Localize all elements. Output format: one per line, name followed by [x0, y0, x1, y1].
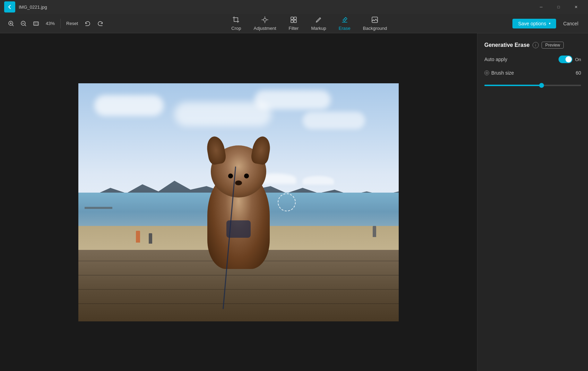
snow-2	[303, 176, 334, 185]
photo-canvas[interactable]	[78, 83, 399, 321]
person-silhouette-2	[149, 233, 152, 244]
toolbar-right: Save options ▾ Cancel	[512, 19, 582, 28]
brush-size-section: Brush size 60	[484, 70, 581, 89]
svg-line-3	[12, 25, 14, 26]
cancel-button[interactable]: Cancel	[559, 19, 582, 28]
tool-adjustment[interactable]: Adjustment	[248, 15, 282, 32]
preview-button[interactable]: Preview	[542, 42, 564, 49]
cloud-4	[303, 112, 365, 129]
svg-rect-12	[294, 17, 296, 19]
dog-nose	[235, 180, 242, 185]
brush-size-slider[interactable]	[484, 85, 581, 86]
wood-plank-2	[78, 275, 399, 276]
auto-apply-row: Auto apply On	[484, 56, 581, 63]
toolbar-left: 43% Reset	[6, 18, 106, 29]
zoom-level: 43%	[43, 21, 58, 26]
svg-point-10	[263, 18, 266, 21]
auto-apply-toggle[interactable]	[559, 56, 572, 63]
back-button[interactable]	[4, 1, 15, 12]
svg-rect-14	[294, 20, 296, 23]
panel-title: Generative Erase	[484, 42, 530, 48]
svg-point-17	[486, 73, 487, 73]
tool-filter[interactable]: Filter	[283, 15, 304, 32]
zoom-in-button[interactable]	[6, 18, 17, 29]
filter-icon	[290, 16, 297, 25]
wood-plank-3	[78, 289, 399, 290]
svg-rect-7	[34, 22, 38, 25]
filter-label: Filter	[289, 26, 299, 31]
main-content: Generative Erase i Preview Auto apply On	[0, 33, 588, 371]
brush-icon	[484, 70, 489, 75]
minimize-button[interactable]: ─	[533, 1, 549, 12]
person-silhouette-1	[136, 231, 140, 243]
tool-crop[interactable]: Crop	[226, 15, 247, 32]
maximize-button[interactable]: □	[551, 1, 567, 12]
person-silhouette-3	[373, 226, 376, 237]
adjustment-icon	[261, 16, 268, 25]
background-label: Background	[363, 26, 387, 31]
right-panel: Generative Erase i Preview Auto apply On	[477, 33, 588, 371]
info-icon[interactable]: i	[533, 42, 539, 48]
toolbar: 43% Reset Crop	[0, 14, 588, 33]
panel-header: Generative Erase i Preview	[484, 42, 581, 49]
erase-label: Erase	[339, 26, 351, 31]
erase-icon	[341, 16, 348, 25]
tool-background[interactable]: Background	[357, 15, 392, 32]
svg-rect-13	[291, 20, 293, 23]
markup-label: Markup	[311, 26, 326, 31]
redo-button[interactable]	[95, 18, 106, 29]
window-controls: ─ □ ✕	[533, 1, 584, 12]
brush-size-label-container: Brush size	[484, 70, 514, 76]
fit-screen-button[interactable]	[31, 18, 42, 29]
brush-size-value: 60	[576, 70, 581, 76]
toggle-knob	[565, 56, 572, 62]
toolbar-center: Crop Adjustment Filter	[109, 15, 510, 32]
chevron-down-icon: ▾	[549, 22, 551, 25]
close-button[interactable]: ✕	[568, 1, 584, 12]
svg-rect-11	[291, 17, 293, 19]
cloud-3	[254, 90, 331, 109]
slider-container	[484, 80, 581, 89]
window-title: IMG_0221.jpg	[19, 5, 533, 10]
save-options-button[interactable]: Save options ▾	[512, 19, 556, 28]
dog-eye-right	[244, 174, 249, 178]
adjustment-label: Adjustment	[253, 26, 276, 31]
brush-size-row: Brush size 60	[484, 70, 581, 76]
titlebar: IMG_0221.jpg ─ □ ✕	[0, 0, 588, 14]
cloud-1	[94, 95, 164, 116]
save-options-label: Save options	[518, 21, 546, 26]
undo-button[interactable]	[82, 18, 93, 29]
wood-plank-4	[78, 303, 399, 304]
dog-eye-left	[228, 174, 233, 178]
tool-erase[interactable]: Erase	[333, 15, 356, 32]
canvas-area[interactable]	[0, 33, 477, 371]
reset-button[interactable]: Reset	[63, 19, 81, 27]
crop-label: Crop	[231, 26, 241, 31]
auto-apply-label: Auto apply	[484, 57, 507, 62]
tool-markup[interactable]: Markup	[305, 15, 331, 32]
background-icon	[371, 16, 378, 25]
brush-size-text: Brush size	[491, 70, 514, 76]
pier	[85, 207, 112, 209]
toggle-state-label: On	[575, 57, 581, 62]
svg-line-6	[25, 25, 26, 26]
crop-icon	[233, 16, 240, 25]
toggle-container: On	[559, 56, 581, 63]
zoom-out-button[interactable]	[18, 18, 29, 29]
markup-icon	[315, 16, 322, 25]
toolbar-divider-1	[60, 19, 61, 28]
harness	[226, 220, 251, 238]
